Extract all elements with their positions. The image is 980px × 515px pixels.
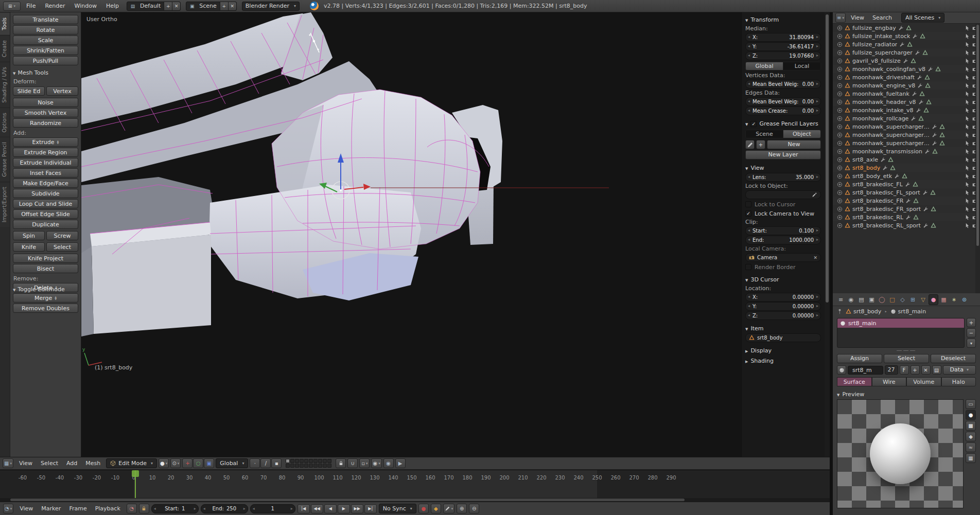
jump-to-start-button[interactable]: |◀ bbox=[297, 504, 310, 513]
time-lock-icon[interactable] bbox=[139, 504, 149, 513]
texture-tab-icon[interactable]: ▦ bbox=[939, 294, 949, 305]
material-users-count[interactable]: 27 bbox=[885, 365, 898, 375]
expand-icon[interactable] bbox=[837, 25, 843, 31]
object-name[interactable]: srt8_brakedisc_FR_sport bbox=[852, 206, 921, 212]
material-slot-list[interactable]: srt8_main bbox=[837, 318, 965, 348]
outliner-row[interactable]: moonhawk_supercharger_thrott bbox=[833, 139, 980, 147]
toolshelf-tab[interactable]: Import/Export bbox=[0, 182, 10, 227]
lock-icon[interactable] bbox=[336, 458, 346, 468]
cursor-value-slider[interactable]: Z:0.00000 bbox=[745, 311, 821, 320]
manipulator-scale-icon[interactable]: ▣ bbox=[204, 458, 214, 468]
panel-expand-icon[interactable] bbox=[13, 69, 15, 76]
material-type-button[interactable]: Halo bbox=[941, 377, 976, 386]
selectable-icon[interactable] bbox=[965, 215, 970, 220]
menu-item[interactable]: View bbox=[847, 14, 868, 21]
delete-screen-layout-button[interactable]: ✕ bbox=[172, 2, 180, 10]
selectable-icon[interactable] bbox=[965, 157, 970, 163]
tool-button[interactable]: Bisect bbox=[13, 264, 78, 273]
object-name[interactable]: fullsize_engbay bbox=[852, 25, 896, 31]
toolshelf-tab[interactable]: Create bbox=[0, 35, 10, 62]
menu-item[interactable]: Mesh bbox=[81, 460, 104, 467]
outliner-filter-selector[interactable]: All Scenes ▾ bbox=[901, 13, 944, 23]
global-toggle[interactable]: Global bbox=[745, 62, 783, 70]
menu-item[interactable]: Playback bbox=[91, 505, 125, 512]
selectable-icon[interactable] bbox=[965, 149, 970, 154]
scene-selector[interactable]: ▣ Scene + ✕ bbox=[186, 2, 237, 11]
outliner-row[interactable]: fullsize_engbay bbox=[833, 24, 980, 32]
selectable-icon[interactable] bbox=[965, 66, 970, 72]
layers-widget[interactable] bbox=[286, 459, 331, 468]
tool-button[interactable]: Inset Faces bbox=[13, 168, 78, 177]
menu-item[interactable]: Render bbox=[40, 0, 69, 12]
object-name[interactable]: gavril_v8_fullsize bbox=[852, 58, 901, 64]
outliner-row[interactable]: moonhawk_supercharger_stage bbox=[833, 122, 980, 131]
grease-pencil-panel-title[interactable]: Grease Pencil Layers bbox=[759, 120, 818, 127]
selectable-icon[interactable] bbox=[965, 91, 970, 97]
prev-keyframe-button[interactable]: ◀◀ bbox=[311, 504, 323, 513]
toolshelf-tab[interactable]: Options bbox=[0, 108, 10, 137]
object-name[interactable]: srt8_brakedisc_RL_sport bbox=[852, 222, 921, 229]
outliner-row[interactable]: srt8_brakedisc_FL_sport bbox=[833, 188, 980, 197]
outliner-row[interactable]: moonhawk_engine_v8 bbox=[833, 81, 980, 90]
toolshelf-tab[interactable]: Tools bbox=[0, 12, 10, 35]
tool-button[interactable]: Make Edge/Face bbox=[13, 179, 78, 188]
material-type-button[interactable]: Volume bbox=[906, 377, 941, 386]
selectable-icon[interactable] bbox=[965, 42, 970, 47]
add-material-slot-button[interactable]: + bbox=[967, 318, 976, 327]
start-frame-field[interactable]: Start:1 bbox=[151, 504, 199, 513]
grease-pencil-draw-icon[interactable] bbox=[745, 140, 755, 149]
mean-bevel-weight-slider[interactable]: Mean Bevel Weig:0.00 bbox=[745, 80, 821, 88]
expand-icon[interactable] bbox=[837, 50, 843, 56]
mesh-tools-panel-title[interactable]: Mesh Tools bbox=[18, 69, 48, 76]
object-name[interactable]: moonhawk_header_v8 bbox=[852, 99, 916, 105]
selectable-icon[interactable] bbox=[965, 182, 970, 187]
outliner-scrollbar[interactable] bbox=[975, 24, 980, 293]
menu-item[interactable]: File bbox=[22, 0, 40, 12]
menu-item[interactable]: Marker bbox=[37, 505, 65, 512]
tool-button[interactable]: Knife Project bbox=[13, 254, 78, 263]
item-name-field[interactable]: srt8_body bbox=[745, 333, 821, 342]
orientation-selector[interactable]: Global ▾ bbox=[216, 458, 248, 468]
outliner-row[interactable]: srt8_body_etk bbox=[833, 172, 980, 180]
panel-expand-icon[interactable] bbox=[745, 325, 748, 332]
cursor-value-slider[interactable]: X:0.00000 bbox=[745, 293, 821, 301]
screen-layout-selector[interactable]: ▤ Default + ✕ bbox=[127, 2, 181, 11]
menu-item[interactable]: View bbox=[15, 505, 37, 512]
object-name[interactable]: moonhawk_transmission bbox=[852, 148, 922, 155]
tool-button[interactable]: Duplicate bbox=[13, 220, 78, 229]
outliner-row[interactable]: moonhawk_header_v8 bbox=[833, 98, 980, 106]
clip-start-slider[interactable]: Start:0.100 bbox=[745, 226, 821, 235]
tool-button[interactable]: Rotate bbox=[13, 25, 78, 34]
selectable-icon[interactable] bbox=[965, 83, 970, 88]
expand-icon[interactable] bbox=[837, 206, 843, 212]
median-value-slider[interactable]: Y:-36.61417 bbox=[745, 42, 821, 51]
expand-icon[interactable] bbox=[837, 165, 843, 171]
current-frame-line[interactable] bbox=[135, 470, 136, 502]
outliner-row[interactable]: fullsize_intake_stock bbox=[833, 32, 980, 40]
selectable-icon[interactable] bbox=[965, 190, 970, 196]
expand-icon[interactable] bbox=[837, 116, 843, 121]
panel-expand-icon[interactable] bbox=[745, 347, 748, 354]
menu-item[interactable]: Select bbox=[37, 460, 62, 467]
object-tab-icon[interactable]: □ bbox=[887, 294, 897, 305]
keying-set-icon[interactable]: ▾ bbox=[443, 504, 455, 513]
proportional-edit-icon[interactable]: ◉▾ bbox=[371, 458, 381, 468]
expand-icon[interactable] bbox=[837, 173, 843, 179]
expand-icon[interactable] bbox=[837, 58, 843, 64]
tool-button[interactable]: Scale bbox=[13, 35, 78, 45]
object-name[interactable]: srt8_brakedisc_FL bbox=[852, 181, 903, 188]
timeline-ruler[interactable]: -60-50-40-30-20-100102030405060708090100… bbox=[0, 470, 830, 502]
selectable-icon[interactable] bbox=[965, 165, 970, 171]
gp-scene-tab[interactable]: Scene bbox=[745, 130, 783, 138]
expand-icon[interactable] bbox=[837, 42, 843, 47]
selectable-icon[interactable] bbox=[965, 223, 970, 228]
item-panel-title[interactable]: Item bbox=[750, 325, 763, 332]
object-name[interactable]: moonhawk_supercharger_thrott bbox=[852, 140, 930, 147]
add-screen-layout-button[interactable]: + bbox=[164, 2, 172, 10]
render-layers-tab-icon[interactable]: ▤ bbox=[856, 294, 866, 305]
render-border-checkbox[interactable] bbox=[745, 264, 751, 270]
timeline-editor-icon[interactable]: ◔▾ bbox=[3, 504, 13, 513]
expand-icon[interactable] bbox=[837, 157, 843, 163]
spin-button[interactable]: Spin bbox=[13, 231, 45, 240]
pin-icon[interactable] bbox=[837, 309, 843, 314]
